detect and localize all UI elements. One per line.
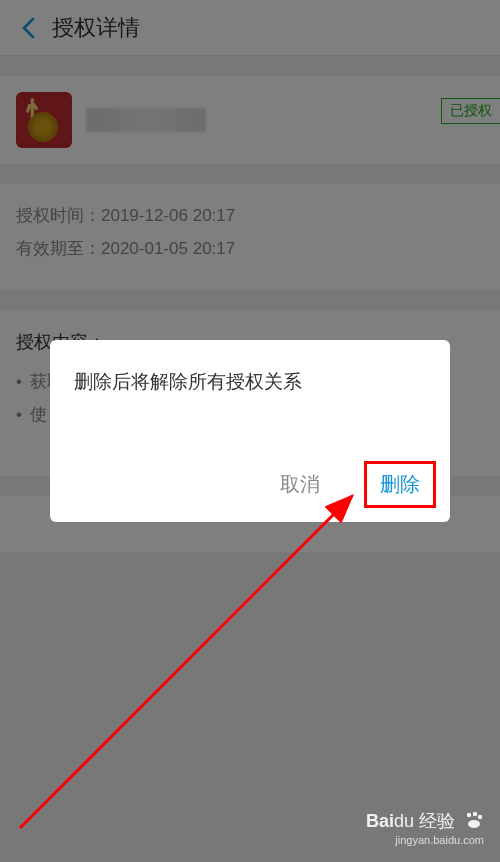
paw-icon (464, 811, 484, 834)
dialog-message: 删除后将解除所有授权关系 (50, 368, 450, 457)
svg-point-5 (468, 820, 480, 828)
delete-button[interactable]: 删除 (370, 465, 430, 504)
svg-point-4 (478, 815, 482, 819)
dialog-actions: 取消 删除 (50, 457, 450, 522)
confirm-dialog: 删除后将解除所有授权关系 取消 删除 (50, 340, 450, 522)
cancel-button[interactable]: 取消 (270, 465, 330, 504)
watermark: Baidu 经验 jingyan.baidu.com (366, 809, 484, 846)
svg-point-2 (467, 813, 471, 817)
modal-overlay: 删除后将解除所有授权关系 取消 删除 (0, 0, 500, 862)
svg-point-3 (473, 812, 477, 816)
